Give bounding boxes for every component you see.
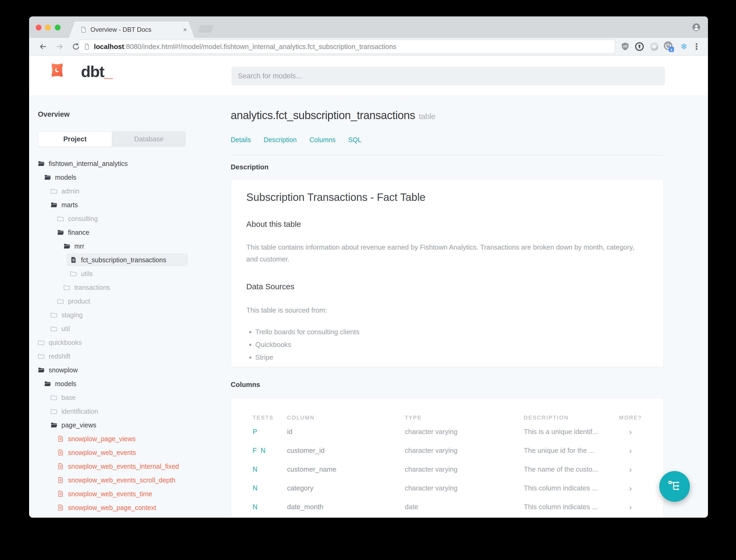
folder-icon (38, 339, 45, 346)
chevron-right-icon[interactable]: › (619, 484, 663, 493)
browser-profile-avatar[interactable] (692, 23, 701, 31)
forward-button[interactable] (55, 42, 64, 51)
tree-item-folder[interactable]: utils (29, 267, 225, 281)
dbt-logo-text[interactable]: dbt_ (81, 62, 112, 81)
column-description: This is a unique identif... (524, 428, 619, 436)
window-minimize-button[interactable] (45, 25, 51, 30)
nav-link-columns[interactable]: Columns (309, 136, 336, 144)
file-error-icon (57, 449, 64, 456)
tree-item-folder[interactable]: util (29, 322, 225, 336)
tree-item-model-error[interactable]: snowplow_web_events_internal_fixed (29, 459, 225, 473)
folder-open-icon (64, 243, 70, 250)
tree-item-folder[interactable]: models (29, 377, 225, 391)
page-favicon-icon (80, 26, 87, 33)
page-icon (83, 43, 90, 50)
svg-text:uO: uO (623, 44, 627, 48)
tree-item-folder[interactable]: base (29, 391, 225, 404)
chevron-right-icon[interactable]: › (619, 503, 663, 512)
chevron-right-icon[interactable]: › (619, 465, 663, 474)
url-path: :8080/index.html#!/model/model.fishtown_… (124, 43, 396, 51)
nav-link-sql[interactable]: SQL (348, 136, 362, 144)
column-description: This column indicates ... (524, 484, 619, 492)
tree-item-model-error[interactable]: snowplow_page_views (29, 432, 225, 446)
power-icon: x (662, 40, 675, 53)
tree-item-folder[interactable]: finance (29, 225, 225, 239)
onepassword-extension-button[interactable] (633, 40, 645, 53)
tree-item-folder[interactable]: admin (29, 184, 225, 198)
snowflake-extension-button[interactable]: ❄ (678, 40, 690, 53)
power-extension-button[interactable]: x (662, 40, 675, 53)
tree-item-folder[interactable]: page_views (29, 418, 225, 432)
col-header-more: MORE? (619, 415, 663, 421)
new-tab-button[interactable] (197, 25, 214, 33)
table-row[interactable]: N customer_name character varying The na… (253, 460, 663, 479)
tree-item-folder[interactable]: identification (29, 404, 225, 418)
tree-item-model-error[interactable]: snowplow_web_events_time (29, 487, 225, 501)
tab-project[interactable]: Project (38, 131, 112, 147)
tests-badge: N (253, 484, 287, 492)
folder-icon (57, 215, 64, 222)
tree-item-folder[interactable]: snowplow (29, 363, 225, 377)
tree-item-folder[interactable]: fishtown_internal_analytics (29, 157, 225, 170)
folder-icon (38, 353, 45, 360)
column-name: customer_id (287, 446, 405, 455)
tree-item-model-selected[interactable]: fct_subscription_transactions (66, 254, 188, 266)
tab-database[interactable]: Database (112, 131, 186, 147)
folder-icon (51, 311, 57, 318)
tree-source-toggle: Project Database (38, 131, 186, 147)
folder-icon (51, 394, 57, 401)
nav-link-details[interactable]: Details (231, 136, 251, 144)
browser-tab[interactable]: Overview - DBT Docs × (69, 21, 195, 38)
column-name: date_month (287, 503, 405, 511)
browser-menu-button[interactable]: ⋮ (690, 40, 703, 53)
lineage-graph-button[interactable] (659, 471, 690, 502)
file-error-icon (57, 463, 64, 470)
table-row[interactable]: P id character varying This is a unique … (253, 422, 663, 441)
file-error-icon (57, 490, 64, 497)
tree-item-model-error[interactable]: snowplow_web_page_context (29, 501, 225, 514)
doc-about-heading: About this table (246, 220, 648, 229)
tab-title: Overview - DBT Docs (91, 26, 151, 33)
ublock-extension-button[interactable]: uO (619, 40, 631, 53)
overview-heading[interactable]: Overview (38, 110, 70, 119)
kebab-menu-icon: ⋮ (692, 42, 701, 52)
browser-toolbar: localhost:8080/index.html#!/model/model.… (29, 38, 708, 56)
chevron-right-icon[interactable]: › (619, 446, 663, 455)
opera-extension-button[interactable] (648, 40, 660, 53)
url-bar[interactable]: localhost:8080/index.html#!/model/model.… (79, 40, 615, 53)
table-row[interactable]: F N customer_id character varying The un… (253, 441, 663, 460)
doc-sources-intro: This table is sourced from: (246, 304, 640, 316)
tree-item-model-error[interactable]: snowplow_web_events (29, 446, 225, 459)
chevron-right-icon[interactable]: › (619, 427, 663, 436)
table-row[interactable]: N date_month date This column indicates … (253, 498, 663, 516)
tree-item-folder[interactable]: marts (29, 198, 225, 212)
table-row[interactable]: N category character varying This column… (253, 479, 663, 498)
source-item: Quickbooks (255, 341, 648, 349)
doc-sources-list: Trello boards for consulting clients Qui… (246, 328, 648, 362)
dbt-logo-icon[interactable] (48, 61, 66, 79)
tree-item-folder[interactable]: mrr (29, 239, 225, 253)
tree-item-folder[interactable]: quickbooks (29, 336, 225, 349)
nav-link-description[interactable]: Description (264, 136, 297, 144)
window-zoom-button[interactable] (55, 25, 61, 30)
tree-item-folder[interactable]: models (29, 170, 225, 184)
doc-sources-heading: Data Sources (246, 282, 648, 291)
tests-badge: F N (253, 447, 287, 454)
column-type: character varying (405, 428, 524, 436)
tab-close-icon[interactable]: × (183, 26, 187, 33)
tree-item-folder[interactable]: transactions (29, 281, 225, 294)
col-header-column: COLUMN (287, 415, 405, 421)
tree-item-folder[interactable]: redshift (29, 349, 225, 363)
tree-item-model-error[interactable]: snowplow_web_events_scroll_depth (29, 473, 225, 487)
tree-item-folder[interactable]: consulting (29, 212, 225, 225)
tree-item-folder[interactable]: product (29, 294, 225, 308)
description-section-label: Description (231, 163, 269, 171)
window-close-button[interactable] (36, 25, 42, 30)
folder-icon (51, 408, 57, 415)
back-button[interactable] (39, 42, 48, 51)
tree-item-folder[interactable]: staging (29, 308, 225, 322)
url-text: localhost:8080/index.html#!/model/model.… (94, 43, 396, 51)
search-input[interactable] (232, 67, 665, 85)
back-arrow-icon (39, 42, 47, 51)
column-type: character varying (405, 446, 524, 455)
